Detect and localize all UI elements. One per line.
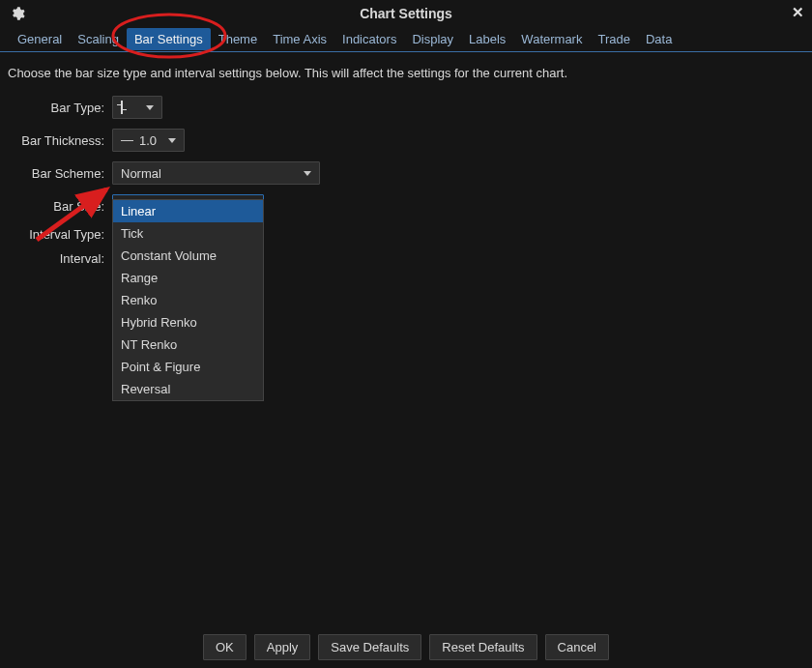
bar-size-dropdown[interactable]: Linear Tick Constant Volume Range Renko … — [112, 199, 264, 401]
bar-size-option[interactable]: Hybrid Renko — [113, 311, 263, 334]
chevron-down-icon — [168, 138, 176, 143]
bar-type-select[interactable] — [112, 96, 162, 119]
bar-thickness-select[interactable]: 1.0 — [112, 129, 185, 152]
tab-display[interactable]: Display — [404, 28, 461, 50]
bar-scheme-select[interactable]: Normal — [112, 161, 320, 185]
label-bar-size: Bar Size: — [8, 199, 112, 214]
cancel-button[interactable]: Cancel — [545, 634, 609, 660]
tab-data[interactable]: Data — [638, 28, 680, 50]
reset-defaults-button[interactable]: Reset Defaults — [429, 634, 536, 660]
description-text: Choose the bar size type and interval se… — [8, 66, 804, 80]
chevron-down-icon — [146, 105, 154, 110]
bar-size-option[interactable]: Linear — [113, 200, 263, 222]
bar-size-option[interactable]: Range — [113, 267, 263, 289]
ok-button[interactable]: OK — [203, 634, 246, 660]
apply-button[interactable]: Apply — [254, 634, 311, 660]
label-bar-scheme: Bar Scheme: — [8, 166, 112, 181]
bar-scheme-value: Normal — [121, 166, 161, 181]
save-defaults-button[interactable]: Save Defaults — [318, 634, 421, 660]
bar-size-option[interactable]: Tick — [113, 222, 263, 245]
bar-size-option[interactable]: NT Renko — [113, 334, 263, 356]
gear-icon[interactable] — [10, 6, 25, 21]
bar-size-option[interactable]: Renko — [113, 289, 263, 311]
tab-general[interactable]: General — [10, 28, 70, 50]
tab-bar-settings[interactable]: Bar Settings — [127, 28, 211, 50]
window-title: Chart Settings — [0, 6, 812, 21]
tab-watermark[interactable]: Watermark — [513, 28, 590, 50]
tab-labels[interactable]: Labels — [461, 28, 513, 50]
bar-size-option[interactable]: Constant Volume — [113, 245, 263, 267]
bar-size-option[interactable]: Point & Figure — [113, 356, 263, 378]
tab-scaling[interactable]: Scaling — [70, 28, 127, 50]
label-interval: Interval: — [8, 251, 112, 266]
button-bar: OK Apply Save Defaults Reset Defaults Ca… — [0, 634, 812, 660]
tab-time-axis[interactable]: Time Axis — [265, 28, 334, 50]
tab-theme[interactable]: Theme — [211, 28, 265, 50]
bar-thickness-value: 1.0 — [139, 133, 157, 148]
tab-indicators[interactable]: Indicators — [334, 28, 404, 50]
close-icon[interactable]: ✕ — [792, 4, 804, 21]
chevron-down-icon — [304, 171, 311, 176]
tab-bar: General Scaling Bar Settings Theme Time … — [0, 27, 812, 52]
titlebar: Chart Settings ✕ — [0, 0, 812, 27]
label-bar-thickness: Bar Thickness: — [8, 133, 112, 148]
bar-size-option[interactable]: Reversal — [113, 378, 263, 400]
bar-type-icon — [121, 101, 123, 114]
tab-trade[interactable]: Trade — [590, 28, 637, 50]
line-thickness-icon — [121, 140, 133, 141]
label-interval-type: Interval Type: — [8, 227, 112, 242]
label-bar-type: Bar Type: — [8, 101, 112, 115]
